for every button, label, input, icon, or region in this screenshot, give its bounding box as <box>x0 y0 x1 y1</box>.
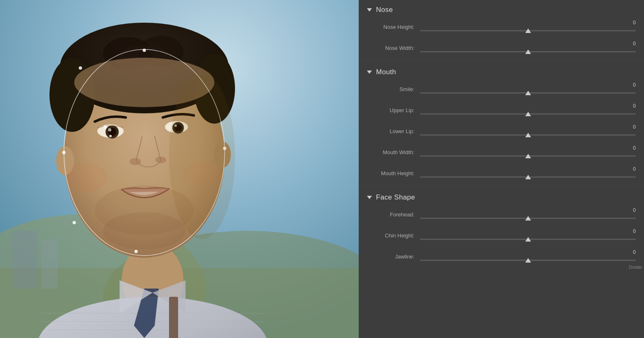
jawline-value: 0 <box>628 249 636 255</box>
svg-point-47 <box>79 66 82 70</box>
mouth-section-title: Mouth <box>376 68 396 76</box>
chin-height-track[interactable] <box>420 235 636 243</box>
jawline-label: Jawline: <box>371 254 414 260</box>
mouth-height-label: Mouth Height: <box>371 170 414 176</box>
svg-point-36 <box>155 157 166 163</box>
svg-point-39 <box>103 212 186 249</box>
mouth-width-input[interactable] <box>420 155 636 157</box>
svg-point-51 <box>169 74 235 239</box>
jawline-slider-container: 0 <box>420 249 636 264</box>
svg-point-13 <box>147 299 148 301</box>
jawline-input[interactable] <box>420 260 636 261</box>
nose-height-input[interactable] <box>420 30 636 31</box>
forehead-track[interactable] <box>420 214 636 222</box>
mouth-height-slider-container: 0 <box>420 166 636 181</box>
upper-lip-track[interactable] <box>420 110 636 117</box>
nose-collapse-icon <box>367 8 372 12</box>
forehead-label: Forehead: <box>371 211 414 218</box>
svg-point-49 <box>103 125 107 129</box>
mouth-width-label: Mouth Width: <box>371 149 414 155</box>
face-shape-collapse-icon <box>367 196 372 199</box>
mouth-height-row: Mouth Height: 0 <box>359 164 644 185</box>
jawline-row: Jawline: 0 Droider <box>359 248 644 269</box>
upper-lip-slider-container: 0 <box>420 103 636 117</box>
mouth-width-slider-container: 0 <box>420 145 636 160</box>
smile-track[interactable] <box>420 89 636 96</box>
lower-lip-value: 0 <box>628 124 636 130</box>
lower-lip-track[interactable] <box>420 131 636 138</box>
mouth-height-value: 0 <box>628 166 636 172</box>
lower-lip-row: Lower Lip: 0 <box>359 122 644 143</box>
svg-rect-4 <box>12 231 37 289</box>
forehead-input[interactable] <box>420 218 636 219</box>
smile-slider-container: 0 <box>420 82 636 96</box>
nose-width-value: 0 <box>628 41 636 47</box>
chin-height-value: 0 <box>628 228 636 234</box>
nose-height-value: 0 <box>628 20 636 26</box>
mouth-section-header[interactable]: Mouth <box>359 62 644 80</box>
chin-height-slider-container: 0 <box>420 228 636 243</box>
svg-point-48 <box>73 221 76 224</box>
watermark-text: Droider <box>629 265 642 270</box>
svg-rect-5 <box>41 239 58 289</box>
nose-height-track[interactable] <box>420 27 636 34</box>
image-panel <box>0 0 359 338</box>
mouth-width-value: 0 <box>628 145 636 151</box>
nose-section-header[interactable]: Nose <box>359 0 644 18</box>
mouth-collapse-icon <box>367 70 372 74</box>
svg-point-45 <box>62 151 66 154</box>
nose-height-label: Nose Height: <box>371 24 414 30</box>
lower-lip-input[interactable] <box>420 134 636 136</box>
mouth-height-track[interactable] <box>420 173 636 181</box>
nose-width-row: Nose Width: 0 <box>359 39 644 60</box>
face-shape-section-header[interactable]: Face Shape <box>359 188 644 206</box>
chin-height-input[interactable] <box>420 239 636 240</box>
right-panel: Nose Nose Height: 0 Nose Width: 0 Mouth … <box>359 0 644 338</box>
forehead-row: Forehead: 0 <box>359 206 644 227</box>
svg-point-50 <box>109 135 112 137</box>
smile-row: Smile: 0 <box>359 80 644 101</box>
lower-lip-label: Lower Lip: <box>371 128 414 134</box>
jawline-track[interactable] <box>420 256 636 264</box>
chin-height-row: Chin Height: 0 <box>359 227 644 248</box>
nose-width-label: Nose Width: <box>371 45 414 51</box>
upper-lip-input[interactable] <box>420 113 636 115</box>
nose-mouth-divider <box>359 60 644 61</box>
svg-point-30 <box>108 128 111 131</box>
nose-width-input[interactable] <box>420 51 636 52</box>
svg-point-40 <box>66 163 107 192</box>
smile-input[interactable] <box>420 92 636 94</box>
nose-width-track[interactable] <box>420 48 636 55</box>
smile-value: 0 <box>628 82 636 88</box>
svg-point-44 <box>134 250 138 253</box>
nose-section-title: Nose <box>376 6 393 14</box>
upper-lip-row: Upper Lip: 0 <box>359 101 644 122</box>
mouth-height-input[interactable] <box>420 176 636 178</box>
upper-lip-label: Upper Lip: <box>371 107 414 113</box>
nose-height-row: Nose Height: 0 <box>359 18 644 39</box>
mouth-width-row: Mouth Width: 0 <box>359 143 644 164</box>
mouth-width-track[interactable] <box>420 152 636 160</box>
nose-height-slider-container: 0 <box>420 20 636 34</box>
nose-width-slider-container: 0 <box>420 41 636 55</box>
svg-rect-16 <box>169 297 178 338</box>
svg-point-43 <box>143 49 146 52</box>
forehead-value: 0 <box>628 207 636 213</box>
lower-lip-slider-container: 0 <box>420 124 636 138</box>
svg-point-35 <box>129 158 141 165</box>
face-shape-section-title: Face Shape <box>376 193 415 202</box>
upper-lip-value: 0 <box>628 103 636 109</box>
smile-label: Smile: <box>371 86 414 92</box>
mouth-faceshape-divider <box>359 185 644 186</box>
forehead-slider-container: 0 <box>420 207 636 222</box>
chin-height-label: Chin Height: <box>371 232 414 239</box>
